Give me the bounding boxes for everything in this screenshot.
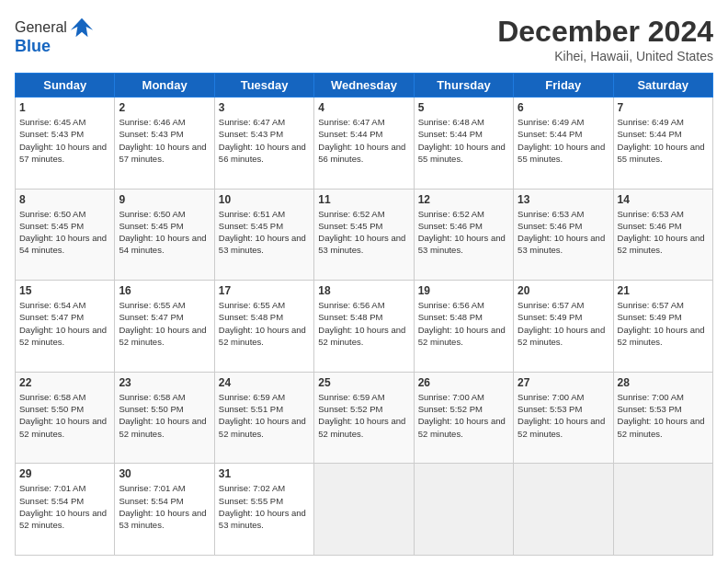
- calendar-day: 21 Sunrise: 6:57 AM Sunset: 5:49 PM Dayl…: [613, 281, 712, 373]
- sunset-label: Sunset: 5:45 PM: [119, 221, 183, 231]
- day-info: Sunrise: 6:59 AM Sunset: 5:51 PM Dayligh…: [219, 391, 310, 440]
- calendar-day: 31 Sunrise: 7:02 AM Sunset: 5:55 PM Dayl…: [214, 464, 313, 556]
- day-number: 23: [119, 376, 210, 389]
- day-info: Sunrise: 6:46 AM Sunset: 5:43 PM Dayligh…: [119, 116, 210, 165]
- daylight-label: Daylight: 10 hours and 53 minutes.: [318, 233, 405, 255]
- calendar-week-1: 1 Sunrise: 6:45 AM Sunset: 5:43 PM Dayli…: [16, 98, 713, 190]
- page-container: General Blue December 2024 Kihei, Hawaii…: [0, 0, 728, 563]
- sunset-label: Sunset: 5:48 PM: [318, 312, 382, 322]
- sunset-label: Sunset: 5:44 PM: [318, 129, 382, 139]
- day-info: Sunrise: 6:57 AM Sunset: 5:49 PM Dayligh…: [518, 299, 609, 348]
- day-info: Sunrise: 6:53 AM Sunset: 5:46 PM Dayligh…: [518, 208, 609, 257]
- sunrise-label: Sunrise: 7:00 AM: [518, 392, 584, 402]
- sunrise-label: Sunrise: 6:54 AM: [19, 300, 85, 310]
- sunrise-label: Sunrise: 6:57 AM: [518, 300, 584, 310]
- calendar-week-4: 22 Sunrise: 6:58 AM Sunset: 5:50 PM Dayl…: [16, 372, 713, 464]
- day-header-monday: Monday: [115, 74, 214, 98]
- sunset-label: Sunset: 5:51 PM: [219, 404, 283, 414]
- daylight-label: Daylight: 10 hours and 52 minutes.: [19, 508, 107, 530]
- day-header-wednesday: Wednesday: [314, 74, 414, 98]
- sunset-label: Sunset: 5:45 PM: [219, 221, 283, 231]
- day-number: 6: [518, 101, 609, 114]
- day-info: Sunrise: 7:00 AM Sunset: 5:52 PM Dayligh…: [418, 391, 509, 440]
- location: Kihei, Hawaii, United States: [497, 49, 713, 63]
- day-info: Sunrise: 6:52 AM Sunset: 5:46 PM Dayligh…: [418, 208, 509, 257]
- daylight-label: Daylight: 10 hours and 52 minutes.: [119, 325, 206, 347]
- day-info: Sunrise: 6:55 AM Sunset: 5:47 PM Dayligh…: [119, 299, 210, 348]
- calendar-day: 19 Sunrise: 6:56 AM Sunset: 5:48 PM Dayl…: [414, 281, 513, 373]
- daylight-label: Daylight: 10 hours and 52 minutes.: [618, 233, 705, 255]
- day-number: 2: [119, 101, 210, 114]
- day-info: Sunrise: 6:58 AM Sunset: 5:50 PM Dayligh…: [19, 391, 110, 440]
- sunrise-label: Sunrise: 6:55 AM: [119, 300, 185, 310]
- day-number: 26: [418, 376, 509, 389]
- daylight-label: Daylight: 10 hours and 53 minutes.: [119, 508, 206, 530]
- day-number: 7: [618, 101, 709, 114]
- sunrise-label: Sunrise: 7:00 AM: [618, 392, 684, 402]
- daylight-label: Daylight: 10 hours and 55 minutes.: [418, 142, 506, 164]
- daylight-label: Daylight: 10 hours and 52 minutes.: [618, 416, 705, 438]
- sunrise-label: Sunrise: 6:59 AM: [219, 392, 285, 402]
- day-number: 20: [518, 284, 609, 297]
- calendar-day: 2 Sunrise: 6:46 AM Sunset: 5:43 PM Dayli…: [115, 98, 214, 190]
- sunrise-label: Sunrise: 6:51 AM: [219, 209, 285, 219]
- daylight-label: Daylight: 10 hours and 54 minutes.: [119, 233, 206, 255]
- daylight-label: Daylight: 10 hours and 53 minutes.: [518, 233, 605, 255]
- calendar-day: 20 Sunrise: 6:57 AM Sunset: 5:49 PM Dayl…: [514, 281, 613, 373]
- sunset-label: Sunset: 5:45 PM: [318, 221, 382, 231]
- day-info: Sunrise: 6:53 AM Sunset: 5:46 PM Dayligh…: [618, 208, 709, 257]
- svg-marker-0: [71, 18, 93, 38]
- day-number: 10: [219, 193, 310, 206]
- daylight-label: Daylight: 10 hours and 52 minutes.: [119, 416, 206, 438]
- daylight-label: Daylight: 10 hours and 56 minutes.: [318, 142, 405, 164]
- calendar-header-row: SundayMondayTuesdayWednesdayThursdayFrid…: [16, 74, 713, 98]
- logo: General Blue: [15, 15, 95, 56]
- calendar-day: [314, 464, 414, 556]
- day-number: 24: [219, 376, 310, 389]
- calendar-day: 12 Sunrise: 6:52 AM Sunset: 5:46 PM Dayl…: [414, 189, 513, 281]
- sunset-label: Sunset: 5:46 PM: [618, 221, 682, 231]
- calendar-day: 17 Sunrise: 6:55 AM Sunset: 5:48 PM Dayl…: [214, 281, 313, 373]
- calendar-week-5: 29 Sunrise: 7:01 AM Sunset: 5:54 PM Dayl…: [16, 464, 713, 556]
- day-header-thursday: Thursday: [414, 74, 513, 98]
- sunset-label: Sunset: 5:46 PM: [518, 221, 582, 231]
- calendar-week-3: 15 Sunrise: 6:54 AM Sunset: 5:47 PM Dayl…: [16, 281, 713, 373]
- daylight-label: Daylight: 10 hours and 53 minutes.: [219, 508, 306, 530]
- calendar-day: 13 Sunrise: 6:53 AM Sunset: 5:46 PM Dayl…: [514, 189, 613, 281]
- day-number: 18: [318, 284, 409, 297]
- sunset-label: Sunset: 5:48 PM: [219, 312, 283, 322]
- calendar-day: 11 Sunrise: 6:52 AM Sunset: 5:45 PM Dayl…: [314, 189, 414, 281]
- day-info: Sunrise: 6:51 AM Sunset: 5:45 PM Dayligh…: [219, 208, 310, 257]
- sunrise-label: Sunrise: 6:59 AM: [318, 392, 384, 402]
- calendar-week-2: 8 Sunrise: 6:50 AM Sunset: 5:45 PM Dayli…: [16, 189, 713, 281]
- day-info: Sunrise: 6:49 AM Sunset: 5:44 PM Dayligh…: [518, 116, 609, 165]
- day-number: 21: [618, 284, 709, 297]
- calendar-day: 7 Sunrise: 6:49 AM Sunset: 5:44 PM Dayli…: [613, 98, 712, 190]
- daylight-label: Daylight: 10 hours and 52 minutes.: [219, 325, 306, 347]
- sunrise-label: Sunrise: 6:52 AM: [318, 209, 384, 219]
- day-number: 4: [318, 101, 409, 114]
- sunset-label: Sunset: 5:48 PM: [418, 312, 483, 322]
- calendar-day: 30 Sunrise: 7:01 AM Sunset: 5:54 PM Dayl…: [115, 464, 214, 556]
- day-number: 8: [19, 193, 110, 206]
- sunrise-label: Sunrise: 6:50 AM: [19, 209, 85, 219]
- day-number: 28: [618, 376, 709, 389]
- sunset-label: Sunset: 5:49 PM: [618, 312, 682, 322]
- day-info: Sunrise: 6:54 AM Sunset: 5:47 PM Dayligh…: [19, 299, 110, 348]
- sunset-label: Sunset: 5:43 PM: [219, 129, 283, 139]
- daylight-label: Daylight: 10 hours and 52 minutes.: [618, 325, 705, 347]
- daylight-label: Daylight: 10 hours and 52 minutes.: [19, 325, 107, 347]
- day-info: Sunrise: 6:47 AM Sunset: 5:44 PM Dayligh…: [318, 116, 409, 165]
- sunrise-label: Sunrise: 6:53 AM: [518, 209, 584, 219]
- calendar-table: SundayMondayTuesdayWednesdayThursdayFrid…: [15, 73, 713, 556]
- calendar-day: 27 Sunrise: 7:00 AM Sunset: 5:53 PM Dayl…: [514, 372, 613, 464]
- day-number: 9: [119, 193, 210, 206]
- day-info: Sunrise: 6:49 AM Sunset: 5:44 PM Dayligh…: [618, 116, 709, 165]
- sunrise-label: Sunrise: 6:56 AM: [418, 300, 484, 310]
- sunset-label: Sunset: 5:50 PM: [119, 404, 183, 414]
- sunrise-label: Sunrise: 6:52 AM: [418, 209, 484, 219]
- calendar-day: 18 Sunrise: 6:56 AM Sunset: 5:48 PM Dayl…: [314, 281, 414, 373]
- calendar-day: 29 Sunrise: 7:01 AM Sunset: 5:54 PM Dayl…: [16, 464, 115, 556]
- sunset-label: Sunset: 5:52 PM: [318, 404, 382, 414]
- daylight-label: Daylight: 10 hours and 52 minutes.: [19, 416, 107, 438]
